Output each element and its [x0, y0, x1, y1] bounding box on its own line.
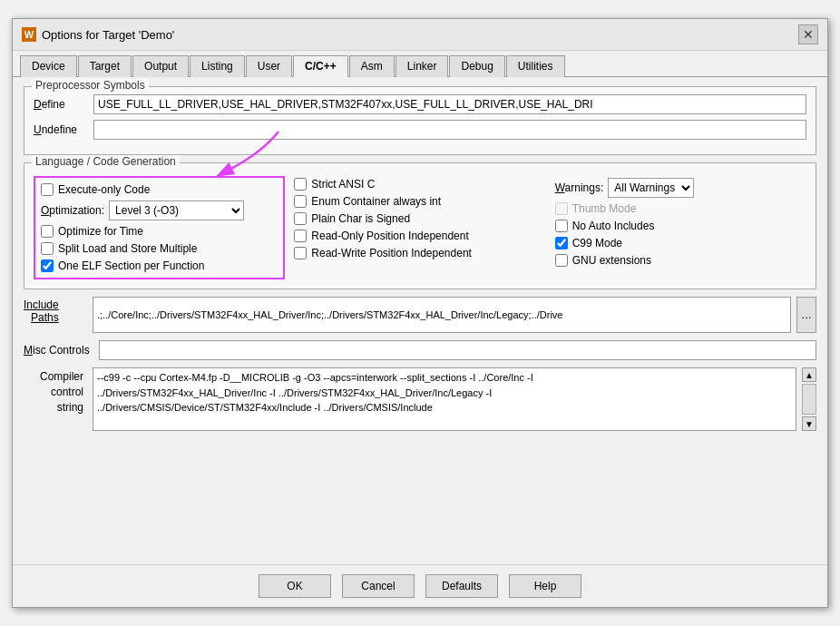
col2: Strict ANSI C Enum Container always int … — [294, 176, 545, 279]
strict-ansi-row: Strict ANSI C — [294, 178, 545, 191]
dialog-content: Preprocessor Symbols Define Undefine Lan… — [13, 77, 827, 564]
compiler-line1: --c99 -c --cpu Cortex-M4.fp -D__MICROLIB… — [97, 370, 792, 386]
plain-char-label: Plain Char is Signed — [311, 212, 410, 225]
define-row: Define — [34, 94, 806, 114]
compiler-control-row: Compiler control string --c99 -c --cpu C… — [24, 367, 816, 431]
tab-bar: Device Target Output Listing User C/C++ … — [13, 51, 827, 77]
tab-cpp[interactable]: C/C++ — [293, 55, 348, 77]
c99-mode-checkbox[interactable] — [555, 237, 568, 249]
include-paths-value: .;../Core/Inc;../Drivers/STM32F4xx_HAL_D… — [97, 309, 562, 320]
tab-output[interactable]: Output — [132, 55, 189, 77]
warnings-row: Warnings: All Warnings No Warnings — [555, 178, 806, 198]
tab-asm[interactable]: Asm — [349, 55, 395, 77]
plain-char-checkbox[interactable] — [294, 212, 307, 225]
execute-only-label: Execute-only Code — [58, 183, 150, 196]
scroll-up-button[interactable]: ▲ — [802, 367, 816, 382]
optimization-select[interactable]: Level 3 (-O3) Level 0 (-O0) Level 1 (-O1… — [109, 201, 244, 220]
tab-user[interactable]: User — [246, 55, 292, 77]
include-paths-label: Include Paths — [24, 297, 87, 333]
split-load-checkbox[interactable] — [41, 242, 54, 255]
read-only-pi-checkbox[interactable] — [294, 230, 307, 242]
c99-mode-label: C99 Mode — [572, 237, 622, 249]
highlighted-section: Execute-only Code Optimization: Level 3 … — [34, 176, 285, 279]
misc-controls-row: Misc Controls — [24, 340, 816, 360]
read-only-pi-row: Read-Only Position Independent — [294, 230, 545, 242]
execute-only-row: Execute-only Code — [41, 183, 278, 196]
no-auto-includes-label: No Auto Includes — [572, 220, 655, 232]
no-auto-includes-row: No Auto Includes — [555, 220, 806, 232]
enum-container-checkbox[interactable] — [294, 195, 307, 208]
one-elf-label: One ELF Section per Function — [58, 259, 204, 272]
read-write-pi-checkbox[interactable] — [294, 247, 307, 259]
scroll-down-button[interactable]: ▼ — [802, 416, 816, 431]
help-button[interactable]: Help — [509, 574, 581, 598]
split-load-row: Split Load and Store Multiple — [41, 242, 278, 255]
optimization-row: Optimization: Level 3 (-O3) Level 0 (-O0… — [41, 201, 278, 220]
c99-mode-row: C99 Mode — [555, 237, 806, 249]
tab-target[interactable]: Target — [78, 55, 132, 77]
language-group: Language / Code Generation E — [24, 162, 816, 289]
read-only-pi-label: Read-Only Position Independent — [311, 230, 468, 242]
enum-container-row: Enum Container always int — [294, 195, 545, 208]
optimize-time-label: Optimize for Time — [58, 225, 143, 238]
thumb-mode-checkbox[interactable] — [555, 202, 568, 215]
include-paths-row: Include Paths .;../Core/Inc;../Drivers/S… — [24, 297, 816, 333]
plain-char-row: Plain Char is Signed — [294, 212, 545, 225]
one-elf-checkbox[interactable] — [41, 259, 54, 272]
tab-utilities[interactable]: Utilities — [506, 55, 565, 77]
read-write-pi-label: Read-Write Position Independent — [311, 247, 472, 259]
title-bar-left: W Options for Target 'Demo' — [22, 27, 174, 42]
define-input[interactable] — [93, 94, 806, 114]
defaults-button[interactable]: Defaults — [425, 574, 498, 598]
tab-debug[interactable]: Debug — [449, 55, 504, 77]
gnu-extensions-row: GNU extensions — [555, 254, 806, 267]
warnings-select[interactable]: All Warnings No Warnings — [608, 178, 694, 198]
compiler-control-text: --c99 -c --cpu Cortex-M4.fp -D__MICROLIB… — [93, 367, 796, 431]
compiler-line3: ../Drivers/CMSIS/Device/ST/STM32F4xx/Inc… — [97, 400, 792, 416]
enum-container-label: Enum Container always int — [311, 195, 441, 208]
include-paths-browse[interactable]: … — [796, 297, 816, 333]
tab-listing[interactable]: Listing — [190, 55, 245, 77]
compiler-scrollbar: ▲ ▼ — [802, 367, 816, 431]
split-load-label: Split Load and Store Multiple — [58, 242, 197, 255]
scroll-track — [802, 384, 816, 415]
ok-button[interactable]: OK — [259, 574, 331, 598]
dialog-title: Options for Target 'Demo' — [42, 28, 174, 42]
gnu-extensions-label: GNU extensions — [572, 254, 651, 267]
col3: Warnings: All Warnings No Warnings Thumb… — [555, 176, 806, 279]
undefine-input[interactable] — [93, 120, 806, 140]
dialog-buttons: OK Cancel Defaults Help — [13, 564, 827, 607]
compiler-line2: ../Drivers/STM32F4xx_HAL_Driver/Inc -I .… — [97, 386, 792, 401]
thumb-mode-label: Thumb Mode — [572, 202, 637, 215]
close-button[interactable]: ✕ — [798, 24, 818, 44]
preprocessor-group-label: Preprocessor Symbols — [32, 79, 149, 92]
tab-linker[interactable]: Linker — [396, 55, 449, 77]
strict-ansi-checkbox[interactable] — [294, 178, 307, 191]
optimization-label: Optimization: — [41, 204, 104, 217]
compiler-control-label: Compiler control string — [24, 367, 87, 431]
optimize-time-checkbox[interactable] — [41, 225, 54, 238]
gnu-extensions-checkbox[interactable] — [555, 254, 568, 267]
misc-controls-label: Misc Controls — [24, 344, 93, 357]
define-label: Define — [34, 98, 88, 111]
no-auto-includes-checkbox[interactable] — [555, 220, 568, 232]
options-dialog: W Options for Target 'Demo' ✕ Device Tar… — [12, 18, 828, 608]
title-bar: W Options for Target 'Demo' ✕ — [13, 19, 827, 51]
thumb-mode-row: Thumb Mode — [555, 202, 806, 215]
strict-ansi-label: Strict ANSI C — [311, 178, 375, 191]
execute-only-checkbox[interactable] — [41, 183, 54, 196]
language-group-label: Language / Code Generation — [32, 155, 180, 168]
cancel-button[interactable]: Cancel — [342, 574, 415, 598]
one-elf-row: One ELF Section per Function — [41, 259, 278, 272]
undefine-row: Undefine — [34, 120, 806, 140]
tab-device[interactable]: Device — [20, 55, 77, 77]
preprocessor-group: Preprocessor Symbols Define Undefine — [24, 86, 816, 155]
include-paths-input[interactable]: .;../Core/Inc;../Drivers/STM32F4xx_HAL_D… — [93, 297, 791, 333]
app-icon: W — [22, 27, 36, 42]
col1: Execute-only Code Optimization: Level 3 … — [34, 176, 285, 279]
undefine-label: Undefine — [34, 123, 88, 136]
warnings-label: Warnings: — [555, 181, 604, 194]
read-write-pi-row: Read-Write Position Independent — [294, 247, 545, 259]
misc-controls-input[interactable] — [99, 340, 816, 360]
optimize-time-row: Optimize for Time — [41, 225, 278, 238]
